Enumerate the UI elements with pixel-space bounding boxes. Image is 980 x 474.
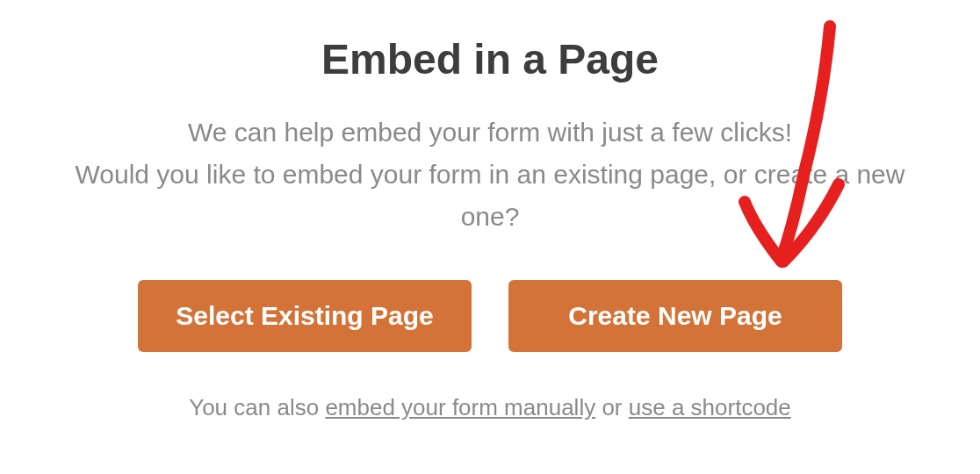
create-new-page-button[interactable]: Create New Page [508,280,842,352]
use-shortcode-link[interactable]: use a shortcode [629,394,791,420]
modal-description-line1: We can help embed your form with just a … [188,118,792,147]
select-existing-page-button[interactable]: Select Existing Page [138,280,472,352]
modal-title: Embed in a Page [53,35,927,83]
modal-description: We can help embed your form with just a … [53,111,927,238]
footer-separator: or [595,394,629,420]
modal-description-line2: Would you like to embed your form in an … [76,160,905,231]
footer-prefix: You can also [189,394,325,420]
embed-manually-link[interactable]: embed your form manually [325,394,595,420]
button-row: Select Existing Page Create New Page [53,280,927,352]
embed-page-modal: Embed in a Page We can help embed your f… [0,0,980,439]
footer-text: You can also embed your form manually or… [53,394,927,421]
